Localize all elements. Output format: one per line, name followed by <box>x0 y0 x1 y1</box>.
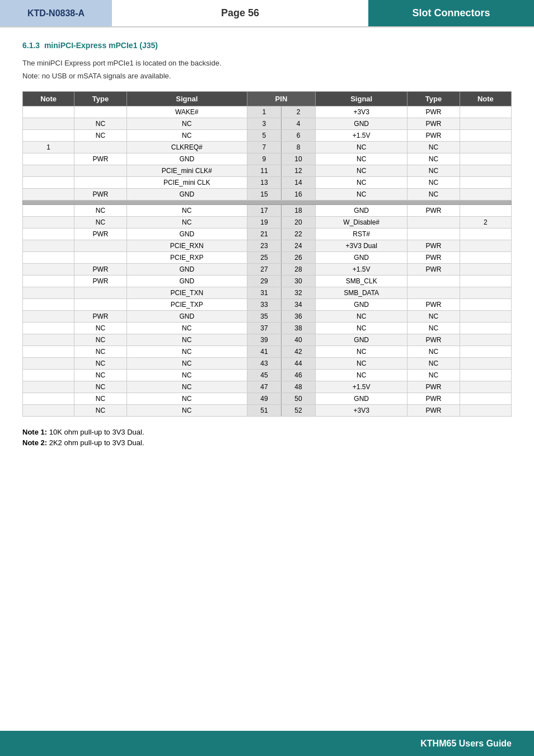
table-row: PCIE_RXN2324+3V3 DualPWR <box>23 240 512 252</box>
cell-type-right: PWR <box>407 405 460 417</box>
cell-type-left: NC <box>74 118 127 130</box>
cell-type-right: NC <box>407 177 460 189</box>
cell-type-right: PWR <box>407 130 460 142</box>
footer-title: KTHM65 Users Guide <box>420 739 512 749</box>
cell-note-right <box>460 299 511 311</box>
cell-type-right <box>407 217 460 228</box>
cell-signal-left: NC <box>127 334 247 346</box>
cell-type-left <box>74 177 127 189</box>
table-row: NCNC4142NCNC <box>23 346 512 358</box>
cell-type-left: NC <box>74 346 127 358</box>
cell-signal-left: NC <box>127 381 247 393</box>
cell-type-right <box>407 287 460 299</box>
cell-note-right <box>460 264 511 276</box>
cell-pin-right: 38 <box>281 323 315 334</box>
cell-note-left <box>23 130 74 142</box>
cell-pin-left: 11 <box>247 165 281 177</box>
notes-section: Note 1: 10K ohm pull-up to 3V3 Dual. Not… <box>22 428 512 447</box>
col-header-note-right: Note <box>460 92 511 106</box>
cell-signal-right: SMB_CLK <box>316 276 407 287</box>
cell-note-left <box>23 334 74 346</box>
cell-pin-left: 1 <box>247 106 281 118</box>
cell-pin-right: 34 <box>281 299 315 311</box>
cell-note-right <box>460 370 511 381</box>
cell-type-left: PWR <box>74 264 127 276</box>
cell-pin-left: 19 <box>247 217 281 228</box>
cell-type-right: NC <box>407 153 460 165</box>
cell-signal-left: NC <box>127 405 247 417</box>
cell-type-left: PWR <box>74 276 127 287</box>
cell-pin-left: 37 <box>247 323 281 334</box>
cell-type-left: NC <box>74 405 127 417</box>
table-row: NCNC4748+1.5VPWR <box>23 381 512 393</box>
cell-type-left: NC <box>74 381 127 393</box>
cell-note-right: 2 <box>460 217 511 228</box>
col-header-signal-right: Signal <box>316 92 407 106</box>
cell-pin-right: 36 <box>281 311 315 323</box>
cell-note-left <box>23 299 74 311</box>
cell-pin-left: 31 <box>247 287 281 299</box>
cell-type-right: NC <box>407 323 460 334</box>
page-number: Page 56 <box>112 0 368 26</box>
table-row: 1CLKREQ#78NCNC <box>23 142 512 153</box>
table-row: PWRGND1516NCNC <box>23 189 512 200</box>
cell-type-left <box>74 165 127 177</box>
cell-pin-left: 15 <box>247 189 281 200</box>
cell-note-right <box>460 287 511 299</box>
cell-type-right: PWR <box>407 264 460 276</box>
cell-signal-right: NC <box>316 358 407 370</box>
cell-signal-right: NC <box>316 153 407 165</box>
section-title: 6.1.3 miniPCI-Express mPCIe1 (J35) <box>22 41 512 50</box>
table-row: NCNC4344NCNC <box>23 358 512 370</box>
cell-note-right <box>460 153 511 165</box>
cell-type-left: NC <box>74 323 127 334</box>
table-row: PCIE_TXN3132SMB_DATA <box>23 287 512 299</box>
cell-note-right <box>460 381 511 393</box>
cell-pin-right: 52 <box>281 405 315 417</box>
cell-pin-left: 5 <box>247 130 281 142</box>
description-text: The miniPCI Express port mPCIe1 is locat… <box>22 59 512 67</box>
cell-type-right: PWR <box>407 393 460 405</box>
table-row: NCNC3940GNDPWR <box>23 334 512 346</box>
cell-signal-left: NC <box>127 358 247 370</box>
table-row: PCIE_TXP3334GNDPWR <box>23 299 512 311</box>
note-1: Note 1: 10K ohm pull-up to 3V3 Dual. <box>22 428 512 436</box>
cell-note-left <box>23 405 74 417</box>
cell-signal-right: +3V3 <box>316 405 407 417</box>
table-row: NCNC5152+3V3PWR <box>23 405 512 417</box>
cell-pin-right: 48 <box>281 381 315 393</box>
page-header: KTD-N0838-A Page 56 Slot Connectors <box>0 0 534 27</box>
cell-signal-right: NC <box>316 346 407 358</box>
table-row: PCIE_mini CLK#1112NCNC <box>23 165 512 177</box>
cell-note-right <box>460 118 511 130</box>
cell-note-left <box>23 217 74 228</box>
cell-signal-right: NC <box>316 177 407 189</box>
cell-pin-right: 16 <box>281 189 315 200</box>
cell-type-left <box>74 252 127 264</box>
cell-signal-right: NC <box>316 370 407 381</box>
cell-pin-left: 21 <box>247 228 281 240</box>
table-row: NCNC3738NCNC <box>23 323 512 334</box>
cell-signal-right: +3V3 <box>316 106 407 118</box>
cell-note-left <box>23 264 74 276</box>
cell-pin-left: 13 <box>247 177 281 189</box>
cell-pin-left: 51 <box>247 405 281 417</box>
cell-signal-left: PCIE_mini CLK <box>127 177 247 189</box>
cell-type-left: NC <box>74 334 127 346</box>
cell-signal-left: PCIE_RXN <box>127 240 247 252</box>
cell-note-left <box>23 228 74 240</box>
cell-type-right: PWR <box>407 106 460 118</box>
cell-type-left: PWR <box>74 311 127 323</box>
cell-note-left <box>23 287 74 299</box>
cell-note-right <box>460 177 511 189</box>
table-row: PCIE_mini CLK1314NCNC <box>23 177 512 189</box>
cell-type-left: PWR <box>74 153 127 165</box>
cell-pin-right: 26 <box>281 252 315 264</box>
table-row: NCNC4546NCNC <box>23 370 512 381</box>
cell-note-right <box>460 130 511 142</box>
cell-note-left <box>23 276 74 287</box>
cell-note-left <box>23 153 74 165</box>
table-row: NCNC34GNDPWR <box>23 118 512 130</box>
cell-pin-right: 22 <box>281 228 315 240</box>
table-row: NCNC4950GNDPWR <box>23 393 512 405</box>
